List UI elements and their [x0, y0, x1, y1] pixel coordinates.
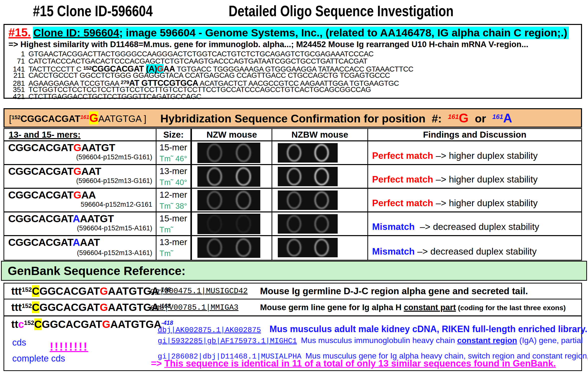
sequence-position: 351 — [8, 86, 25, 93]
melting-temp: Tm˜ 46° — [156, 152, 190, 163]
clone-id-line: #15.Clone ID: 596604; image 596604 - Gen… — [8, 26, 581, 39]
clone-id-highlight: Clone ID: 596604; image 596604 - Genome … — [33, 27, 569, 39]
sequence-position: 71 — [8, 58, 25, 65]
header-mers: 13- and 15- mers: — [4, 129, 156, 140]
exclamation-marks: !!!!!!!! — [50, 340, 88, 353]
oligo-size: 13-mer — [156, 236, 190, 247]
oligo-size: 15-mer — [156, 212, 190, 223]
hyb-table-row: CGGCACGATGAA 596604-p152m12-G161 12-mer … — [4, 189, 581, 212]
genbank-row-extended: ttc152CGGCACGATGAATGTGA-418 cds !!!!!!!!… — [4, 316, 581, 370]
nzbw-cell — [272, 212, 368, 235]
sequence-line: 71CATCTACCCACTGACACTCCCACGAGCTCTGTCAAGTG… — [8, 58, 581, 65]
hybridization-title: Hybridization Sequence Confirmation for … — [160, 111, 512, 125]
genbank-oligo-sequence: ttt152CGGCACGATGAATGTGA-168 — [4, 301, 150, 313]
genbank-description: Mouse Ig germline D-J-C region alpha gen… — [260, 286, 581, 296]
nzbw-blot-image — [278, 167, 338, 186]
nzbw-blot-image — [278, 214, 338, 234]
findings-cell: Mismatch –> decreased duplex stability — [368, 236, 581, 260]
oligo-size: 12-mer — [156, 189, 190, 200]
genbank-accession-link[interactable]: gb|J00475.1|MUSIGCD42 — [150, 287, 260, 295]
oligo-size: 13-mer — [156, 165, 190, 176]
size-cell: 15-mer Tm˜ — [156, 212, 192, 235]
sequence-line: 211CACCTGCCCT GGCCTCTGGG GGAGGGTACA CCAT… — [8, 72, 581, 79]
findings-cell: Perfect match –> higher duplex stability — [368, 141, 581, 164]
sequence-line: 141TACTTCCCTT C 152CGGCACGAT (A)GAA TGTG… — [8, 65, 581, 72]
mers-cell: CGGCACGATAAATGT (596604-p152m15-A161) — [4, 212, 156, 235]
mers-cell: CGGCACGATGAA 596604-p152m12-G161 — [4, 189, 156, 211]
mers-cell: CGGCACGATGAATGT (596604-p152m15-G161) — [4, 141, 156, 164]
probe-id: (596604-p152m13-A161) — [77, 249, 152, 257]
size-cell: 13-mer Tm˜ 40° — [156, 165, 192, 188]
nzw-blot-image — [197, 166, 260, 187]
genbank-accession-link[interactable]: emb|V00785.1|MMIGA3 — [150, 303, 260, 312]
probe-id: 596604-p152m12-G161 — [81, 201, 152, 208]
findings-cell: Mismatch –> decreased duplex stability — [368, 212, 581, 235]
nzbw-cell — [272, 189, 368, 211]
header-nzw-mouse: NZW mouse — [192, 129, 272, 140]
hyb-table-row: CGGCACGATAAAT (596604-p152m13-A161) 13-m… — [4, 236, 581, 260]
nzw-cell — [192, 212, 272, 235]
page-title-left: #15 Clone ID-596604 — [33, 2, 153, 20]
nzbw-blot-image — [278, 143, 338, 163]
genbank-description: Mouse germ line gene for Ig alpha H cons… — [260, 303, 581, 312]
sequence-line: 421CTCTTGAGGACCTGCTCCTGGGTTCAGATGCCAGC — [8, 93, 581, 100]
genbank-banner: GenBank Sequence Reference: — [1, 261, 587, 281]
hyb-table-row: CGGCACGATGAAT (596604-p152m13-G161) 13-m… — [4, 165, 581, 189]
nzw-cell — [192, 236, 272, 260]
mers-cell: CGGCACGATAAAT (596604-p152m13-A161) — [4, 236, 156, 260]
genbank-row: ttt152CGGCACGATGAATGTGA-168 gb|J00475.1|… — [4, 283, 581, 299]
sequence-line: 351TCTGGTCCTCCTCCTCCTTGTCCTCCTTGTCCTCCTT… — [8, 86, 581, 93]
genbank-description: Mus musculus immunoglobulin heavy chain … — [301, 336, 583, 345]
nzw-blot-image — [197, 237, 260, 258]
genbank-banner-title: GenBank Sequence Reference: — [8, 264, 185, 278]
oligo-sequence: CGGCACGATGAA — [4, 189, 156, 201]
sequence-line: 1GTGAACTACGGACTTACTGGGGCCAAGGGACTCTGGTCA… — [8, 50, 581, 58]
sequence-position: 211 — [8, 72, 25, 79]
nzbw-cell — [272, 165, 368, 188]
finding-text: Perfect match –> higher duplex stability — [372, 174, 538, 185]
complete-cds-label: complete cds — [12, 353, 65, 364]
nzw-blot-image — [197, 143, 260, 163]
size-cell: 12-mer Tm˜ 38° — [156, 189, 192, 211]
nzw-blot-image — [197, 190, 260, 210]
findings-cell: Perfect match –> higher duplex stability — [368, 189, 581, 211]
nzbw-blot-image — [278, 190, 338, 210]
melting-temp: Tm˜ 38° — [156, 200, 190, 211]
findings-cell: Perfect match –> higher duplex stability — [368, 165, 581, 188]
genbank-oligo-sequence: ttt152CGGCACGATGAATGTGA-168 — [4, 285, 150, 297]
nzw-blot-image — [197, 214, 260, 234]
nzbw-cell — [272, 141, 368, 164]
melting-temp: Tm˜ 40° — [156, 176, 190, 187]
item-number: #15. — [8, 26, 31, 39]
mers-cell: CGGCACGATGAAT (596604-p152m13-G161) — [4, 165, 156, 188]
sequence-listing: 1GTGAACTACGGACTTACTGGGGCCAAGGGACTCTGGTCA… — [8, 50, 581, 100]
size-cell: 13-mer Tm˜ — [156, 236, 192, 260]
oligo-sequence: CGGCACGATAAATGT — [4, 212, 156, 225]
hybridization-banner: [152CGGCACGAT161GAATGTGA ] Hybridization… — [3, 108, 582, 128]
nzw-cell — [192, 189, 272, 211]
clone-summary-box: #15.Clone ID: 596604; image 596604 - Gen… — [3, 24, 582, 99]
nzw-cell — [192, 165, 272, 188]
header-findings: Findings and Discussion — [368, 129, 581, 140]
nzbw-blot-image — [278, 238, 338, 257]
melting-temp: Tm˜ — [156, 247, 190, 258]
hyb-table-row: CGGCACGATAAATGT (596604-p152m15-A161) 15… — [4, 212, 581, 236]
melting-temp: Tm˜ — [156, 223, 190, 234]
header-size: Size: — [156, 129, 192, 140]
oligo-sequence: CGGCACGATGAATGT — [4, 141, 156, 154]
cds-label: cds — [12, 337, 26, 348]
sequence-line: 281AGAAGGAGAA TCCGTGAA 279AT GTTCCGTGCA … — [8, 79, 581, 86]
probe-id: (596604-p152m15-G161) — [76, 153, 152, 161]
nzbw-cell — [272, 236, 368, 260]
genbank-accession-link[interactable]: gi|5932285|gb|AF175973.1|MIGHC1 — [158, 337, 297, 345]
finding-text: Perfect match –> higher duplex stability — [372, 198, 538, 208]
page-title-right: Detailed Oligo Sequence Investigation — [229, 2, 453, 20]
oligo-size: 15-mer — [156, 141, 190, 152]
probe-id: (596604-p152m15-A161) — [77, 224, 152, 232]
genbank-conclusion: => This sequence is identical in 11 of a… — [151, 358, 556, 369]
probe-sequence: [152CGGCACGAT161GAATGTGA ] — [9, 111, 146, 125]
size-cell: 15-mer Tm˜ 46° — [156, 141, 192, 164]
probe-id: (596604-p152m13-G161) — [76, 177, 152, 185]
nzw-cell — [192, 141, 272, 164]
genbank-row: ttt152CGGCACGATGAATGTGA-168 emb|V00785.1… — [4, 299, 581, 316]
